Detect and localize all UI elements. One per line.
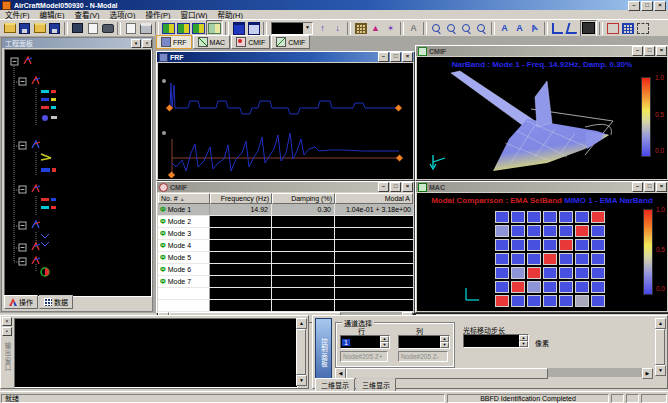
mac-close-icon[interactable]: × — [656, 182, 667, 192]
console-output[interactable] — [14, 318, 298, 388]
tab-frf[interactable]: FRF — [156, 35, 192, 49]
tab-3d-display[interactable]: 三维显示 — [356, 378, 396, 392]
move-down-icon[interactable]: ↓ — [330, 21, 345, 36]
pick-star-icon[interactable]: ✶ — [383, 21, 398, 36]
column-no[interactable]: No. # ▲ — [158, 193, 210, 204]
table-row[interactable]: ΦMode 6 — [158, 264, 413, 276]
col-spinner[interactable]: ▲▼ — [398, 335, 450, 349]
open-icon[interactable] — [2, 21, 17, 36]
zoom-in-icon[interactable] — [429, 21, 444, 36]
console-close-icon[interactable]: × — [2, 317, 12, 326]
move-up-icon[interactable]: ↑ — [315, 21, 330, 36]
print-preview-icon[interactable] — [123, 21, 138, 36]
tab-data[interactable]: 数据 — [39, 295, 73, 309]
grid-blue-icon[interactable] — [620, 21, 635, 36]
scroll-thumb[interactable] — [296, 329, 306, 375]
frf-maximize-icon[interactable]: □ — [390, 52, 401, 62]
spin-down-icon[interactable]: ▼ — [380, 342, 389, 348]
geometry-view-3-icon[interactable]: A — [527, 21, 542, 36]
axis-3d-icon[interactable] — [565, 21, 580, 36]
save-model-icon[interactable] — [47, 21, 62, 36]
scroll-thumb[interactable] — [655, 329, 665, 365]
panel-close-icon[interactable]: × — [142, 39, 152, 48]
tab-cmif-2[interactable]: CMIF — [271, 35, 310, 49]
table-row[interactable]: ΦMode 4 — [158, 240, 413, 252]
window-blue-outline-icon[interactable] — [246, 21, 261, 36]
render-image-icon[interactable] — [580, 20, 597, 37]
column-damping[interactable]: Damping (%) — [272, 193, 335, 204]
aircraft-model — [435, 69, 635, 177]
scroll-down-icon[interactable]: ▼ — [296, 375, 307, 386]
paste-icon[interactable] — [70, 21, 85, 36]
mac-view[interactable]: Modal Comparison : EMA SelBand MIMO 1 - … — [417, 193, 667, 311]
table-grid-icon[interactable] — [353, 21, 368, 36]
frf-minimize-icon[interactable]: – — [378, 52, 389, 62]
geometry-view-2-icon[interactable]: A — [512, 21, 527, 36]
frf-close-icon[interactable]: × — [402, 52, 413, 62]
mac-minimize-icon[interactable]: – — [632, 182, 643, 192]
geometry-view-1-icon[interactable]: A — [497, 21, 512, 36]
spin-down-icon[interactable]: ▼ — [519, 341, 528, 347]
cmif-close-icon[interactable]: × — [402, 182, 413, 192]
shape3d-view[interactable]: NarBand : Mode 1 - Freq. 14.92Hz, Damp. … — [417, 57, 667, 179]
shape3d-maximize-icon[interactable]: □ — [644, 46, 655, 56]
copy-icon[interactable] — [85, 21, 100, 36]
grid-dashed-icon[interactable] — [635, 21, 650, 36]
layout-1-icon[interactable] — [161, 21, 176, 36]
node-small-icon[interactable]: A — [406, 21, 421, 36]
layout-2-icon[interactable] — [176, 21, 191, 36]
panel-vscrollbar[interactable]: ▲ ▼ — [655, 318, 665, 376]
zoom-out-icon[interactable] — [444, 21, 459, 36]
row-spinner[interactable]: 1 ▲▼ — [340, 335, 390, 349]
step-spinner[interactable]: ▲▼ — [463, 334, 529, 348]
tab-2d-display[interactable]: 二维显示 — [315, 378, 355, 392]
console-vertical-tab[interactable]: 输出窗口 — [2, 342, 12, 372]
cmif-maximize-icon[interactable]: □ — [390, 182, 401, 192]
panel-hscrollbar[interactable]: ◀ ▶ — [335, 368, 653, 377]
zoom-window-icon[interactable] — [459, 21, 474, 36]
column-modal-a[interactable]: Modal A — [335, 193, 413, 204]
grid-red-icon[interactable] — [605, 21, 620, 36]
tab-mac[interactable]: MAC — [193, 35, 231, 49]
tab-operate[interactable]: 操作 — [4, 295, 38, 309]
open-model-icon[interactable] — [32, 21, 47, 36]
spin-down-icon[interactable]: ▼ — [440, 342, 449, 348]
table-row[interactable]: ΦMode 1 14.92 0.30 1.04e-01 + 3.18e+00 — [158, 204, 413, 216]
scroll-right-icon[interactable]: ▶ — [642, 368, 653, 379]
mac-titlebar[interactable]: MAC – □ × — [416, 182, 668, 192]
table-row-empty — [158, 288, 413, 300]
table-row[interactable]: ΦMode 3 — [158, 228, 413, 240]
scroll-up-icon[interactable]: ▲ — [655, 318, 666, 329]
layout-4-icon[interactable] — [206, 20, 223, 37]
shape3d-minimize-icon[interactable]: – — [632, 46, 643, 56]
mac-maximize-icon[interactable]: □ — [644, 182, 655, 192]
print-icon[interactable] — [138, 21, 153, 36]
axis-2d-icon[interactable] — [550, 21, 565, 36]
scroll-down-icon[interactable]: ▼ — [655, 365, 666, 376]
mode-shape-icon[interactable]: ▲ — [368, 21, 383, 36]
mac-cell — [591, 281, 605, 293]
shape3d-close-icon[interactable]: × — [656, 46, 667, 56]
cmif-table-titlebar[interactable]: CMIF – □ × — [157, 182, 414, 192]
table-row[interactable]: ΦMode 2 — [158, 216, 413, 228]
mode-combo[interactable]: ▼ — [271, 22, 313, 35]
zoom-fit-icon[interactable] — [474, 21, 489, 36]
scroll-up-icon[interactable]: ▲ — [296, 318, 307, 329]
layout-3-icon[interactable] — [191, 21, 206, 36]
column-frequency[interactable]: Frequency (Hz) — [210, 193, 272, 204]
cmif-minimize-icon[interactable]: – — [378, 182, 389, 192]
table-row[interactable]: ΦMode 5 — [158, 252, 413, 264]
combo-dropdown-icon[interactable]: ▼ — [303, 23, 312, 34]
shape3d-titlebar[interactable]: CMIF – □ × — [416, 46, 668, 56]
console-vscrollbar[interactable]: ▲ ▼ — [296, 318, 306, 386]
panel-collapse-icon[interactable]: ▾ — [131, 39, 141, 48]
table-row[interactable]: ΦMode 7 — [158, 276, 413, 288]
frf-plot-area[interactable] — [158, 63, 413, 179]
save-icon[interactable] — [17, 21, 32, 36]
camera-icon[interactable] — [100, 21, 115, 36]
tab-cmif-1[interactable]: CMIF — [231, 35, 270, 49]
frf-titlebar[interactable]: FRF – □ × — [157, 52, 414, 62]
project-tree[interactable] — [4, 49, 152, 297]
console-pin-icon[interactable]: • — [2, 327, 12, 336]
window-blue-filled-icon[interactable] — [231, 21, 246, 36]
